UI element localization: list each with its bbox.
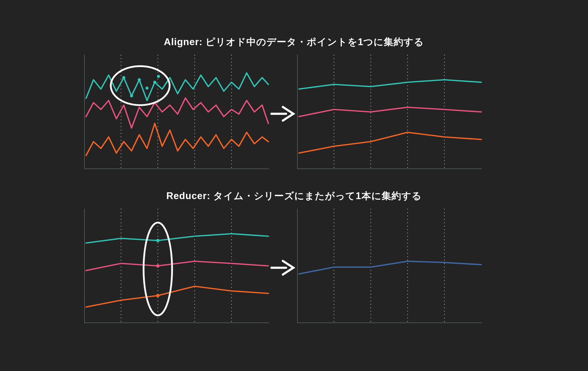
- aligner-result-chart: [297, 55, 482, 169]
- aligner-title: Aligner: ピリオド中のデータ・ポイントを1つに集約する: [65, 36, 523, 49]
- series-reduced: [299, 261, 481, 274]
- svg-point-10: [153, 81, 156, 84]
- svg-point-26: [156, 294, 160, 297]
- svg-point-24: [156, 239, 160, 242]
- series-pink: [299, 107, 481, 117]
- series-orange: [86, 286, 268, 307]
- svg-point-7: [130, 94, 133, 97]
- reducer-input-chart: [84, 209, 269, 323]
- aligner-raw-chart: [84, 55, 269, 169]
- svg-point-25: [156, 264, 160, 268]
- svg-point-8: [138, 78, 141, 81]
- svg-point-9: [145, 87, 149, 90]
- diagram: Aligner: ピリオド中のデータ・ポイントを1つに集約する: [65, 36, 523, 335]
- svg-point-11: [157, 75, 160, 78]
- series-teal: [299, 80, 481, 89]
- series-teal: [86, 234, 268, 243]
- series-orange: [299, 132, 481, 153]
- svg-point-6: [122, 76, 125, 79]
- arrow-icon: [270, 105, 295, 122]
- reducer-result-chart: [297, 209, 482, 323]
- arrow-icon: [270, 259, 295, 276]
- series-pink: [86, 98, 268, 128]
- series-pink: [86, 261, 268, 271]
- series-orange: [86, 123, 268, 156]
- reducer-title: Reducer: タイム・シリーズにまたがって1本に集約する: [65, 190, 523, 203]
